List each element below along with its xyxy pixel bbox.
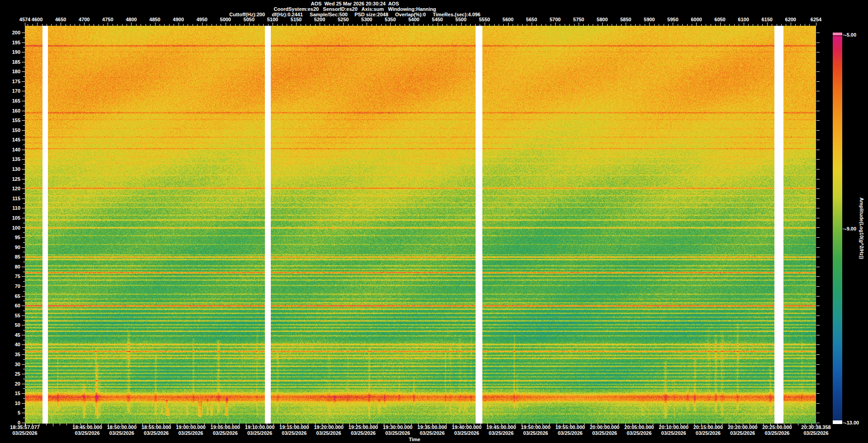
time-axis-minor-tick	[129, 424, 129, 425]
record-axis-tick	[791, 23, 791, 26]
time-label-date: 03/25/2026	[486, 430, 516, 436]
time-axis-minor-tick	[563, 424, 564, 425]
time-axis-minor-tick	[763, 424, 764, 425]
time-label-date: 03/25/2026	[417, 430, 447, 436]
record-axis-tick	[649, 23, 650, 26]
frequency-axis-right-tick	[816, 120, 820, 121]
time-axis-minor-tick	[274, 424, 274, 425]
time-axis-minor-tick	[335, 424, 336, 425]
time-axis-minor-tick	[542, 424, 543, 425]
spectrogram-plot[interactable]	[25, 26, 816, 424]
time-axis-minor-tick	[101, 424, 102, 425]
record-axis-label: 6254	[811, 17, 821, 22]
frequency-axis-tick	[22, 384, 25, 384]
time-axis-minor-tick	[280, 424, 281, 425]
time-axis-minor-tick	[756, 424, 757, 425]
frequency-axis-right-tick	[816, 247, 820, 248]
record-axis-tick	[320, 23, 320, 26]
time-axis-minor-tick	[142, 424, 143, 425]
time-axis-tick	[743, 424, 743, 426]
frequency-axis-label: 30	[0, 362, 20, 367]
record-axis-tick	[273, 23, 273, 26]
time-label-date: 03/25/2026	[624, 430, 654, 436]
frequency-axis-label: 95	[0, 235, 20, 240]
time-label-date: 03/25/2026	[142, 430, 171, 436]
time-label-date: 03/25/2026	[555, 430, 585, 436]
time-axis-minor-tick	[680, 424, 681, 425]
record-axis-tick	[485, 23, 485, 26]
frequency-axis-label: 55	[0, 313, 20, 318]
time-axis-minor-tick	[80, 424, 81, 425]
time-axis-tick	[639, 424, 640, 426]
colorbar-axis-title: Amplitude(Log10(g^2/Hz))	[859, 198, 864, 259]
time-label-date: 03/25/2026	[693, 430, 723, 436]
frequency-axis-label: 115	[0, 196, 20, 201]
time-axis-minor-tick	[25, 424, 26, 425]
time-axis-minor-tick	[288, 424, 288, 425]
frequency-axis-label: 145	[0, 137, 20, 142]
time-axis-tick	[294, 424, 295, 426]
time-axis-minor-tick	[805, 424, 805, 425]
frequency-axis-label: 130	[0, 166, 20, 172]
frequency-axis-right-tick	[816, 393, 820, 394]
time-label-date: 03/25/2026	[452, 430, 481, 436]
frequency-axis-tick	[22, 150, 25, 150]
record-axis-label: 4800	[126, 17, 137, 22]
frequency-axis-label: 135	[0, 156, 20, 162]
frequency-axis-label: 165	[0, 98, 20, 104]
time-axis-minor-tick	[577, 424, 577, 425]
frequency-axis-tick	[22, 257, 25, 257]
frequency-axis-label: 100	[0, 225, 20, 231]
record-axis-label: 5000	[220, 17, 231, 22]
time-label-date: 03/25/2026	[659, 430, 688, 436]
frequency-axis-label: 65	[0, 293, 20, 299]
frequency-axis-right-tick	[816, 42, 820, 43]
time-axis-tick	[708, 424, 708, 426]
frequency-axis-label: 185	[0, 59, 20, 65]
frequency-axis-tick	[22, 335, 25, 335]
frequency-axis-label: 175	[0, 79, 20, 84]
time-axis-tick	[122, 424, 122, 426]
time-axis-edge-tick	[25, 424, 25, 426]
record-axis-label: 5450	[432, 17, 443, 22]
frequency-axis-tick	[22, 364, 25, 365]
time-axis-tick	[156, 424, 157, 426]
time-axis-minor-tick	[653, 424, 653, 425]
time-axis-minor-tick	[315, 424, 316, 425]
time-axis-minor-tick	[453, 424, 453, 425]
record-axis-label: 6150	[761, 17, 772, 22]
time-axis-minor-tick	[349, 424, 350, 425]
time-axis-minor-tick	[370, 424, 371, 425]
time-axis-minor-tick	[384, 424, 384, 425]
frequency-axis-label: 15	[0, 391, 20, 396]
colorbar-tick-label: -5.00	[845, 32, 856, 38]
frequency-axis-label: 5	[0, 410, 20, 415]
frequency-axis-tick	[22, 91, 25, 91]
time-axis-minor-tick	[481, 424, 481, 425]
time-axis-minor-tick	[508, 424, 509, 425]
frequency-axis-tick	[22, 111, 25, 111]
colorbar-tick-label: -13.00	[845, 420, 859, 425]
frequency-axis-right-tick	[816, 140, 820, 140]
time-axis-minor-tick	[177, 424, 177, 425]
frequency-axis-label: 80	[0, 264, 20, 269]
record-axis-label: 4700	[79, 17, 90, 22]
frequency-axis-tick	[22, 316, 25, 316]
frequency-axis-label: 140	[0, 147, 20, 152]
frequency-axis-right-tick	[816, 130, 820, 131]
frequency-axis-right-tick	[816, 81, 820, 82]
frequency-axis-tick	[22, 344, 25, 345]
time-axis-minor-tick	[646, 424, 646, 425]
record-axis-tick	[673, 23, 673, 26]
frequency-axis-tick	[22, 423, 25, 423]
record-axis-label: 5600	[503, 17, 514, 22]
time-axis-minor-tick	[591, 424, 591, 425]
frequency-axis-tick	[22, 267, 25, 267]
frequency-axis-tick	[22, 33, 25, 33]
time-axis-minor-tick	[515, 424, 515, 425]
record-axis-label: 4574	[19, 17, 30, 22]
record-axis-tick	[626, 23, 626, 26]
time-axis-minor-tick	[94, 424, 94, 425]
time-axis-tick	[398, 424, 398, 426]
frequency-axis-tick	[22, 393, 25, 394]
